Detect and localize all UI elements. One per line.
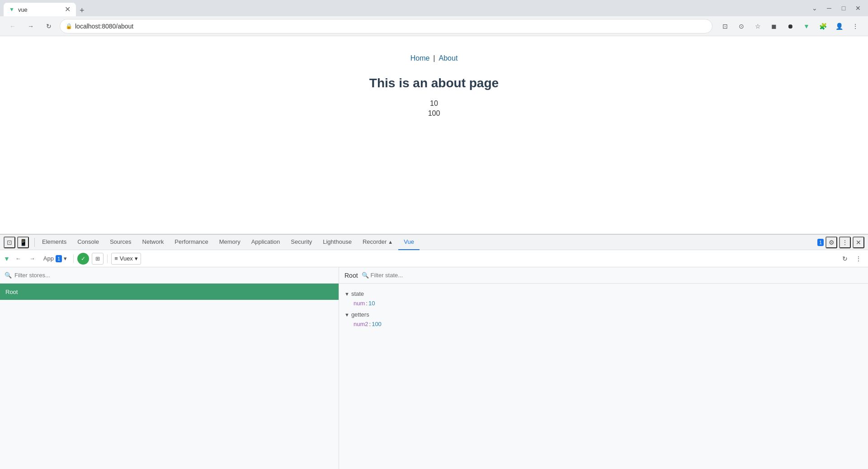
tab-sources[interactable]: Sources	[104, 235, 137, 250]
tab-network[interactable]: Network	[137, 235, 170, 250]
menu-button[interactable]: ⋮	[848, 19, 863, 33]
vue-toolbar-sep1	[73, 254, 74, 263]
tab-memory[interactable]: Memory	[214, 235, 246, 250]
stores-search-bar: 🔍	[0, 267, 339, 284]
page-values: 10 100	[428, 99, 440, 118]
prop-value-num: 10	[368, 300, 375, 307]
devtools-badge: 1	[817, 239, 824, 246]
reload-button[interactable]: ↻	[42, 19, 56, 33]
lock-icon: 🔒	[66, 23, 72, 29]
devtools-settings-button[interactable]: ⚙	[826, 237, 837, 248]
tab-elements[interactable]: Elements	[37, 235, 72, 250]
state-key-name: state	[351, 290, 364, 297]
devtools-close-button[interactable]: ✕	[853, 237, 864, 248]
browser-action-1[interactable]: ⊙	[734, 19, 749, 33]
devtools-tab-icons: ⊡ 📱	[4, 237, 29, 248]
title-bar: ▼ vue ✕ + ⌄ ─ □ ✕	[0, 0, 868, 16]
stores-search-icon: 🔍	[5, 272, 12, 279]
getters-key-toggle[interactable]: ▼ getters	[339, 310, 868, 319]
prop-name-num2: num2	[354, 321, 368, 327]
tab-application[interactable]: Application	[246, 235, 286, 250]
home-link[interactable]: Home	[410, 54, 430, 62]
back-button[interactable]: ←	[5, 19, 20, 33]
vuex-arrow: ▾	[135, 255, 138, 262]
tab-security[interactable]: Security	[285, 235, 317, 250]
page-content: Home | About This is an about page 10 10…	[0, 36, 868, 234]
page-heading: This is an about page	[369, 76, 499, 90]
device-mode-button[interactable]: 📱	[17, 237, 29, 248]
grid-btn[interactable]: ⊞	[92, 253, 104, 265]
root-label: Root	[5, 289, 18, 295]
tab-performance[interactable]: Performance	[169, 235, 213, 250]
vuex-label: Vuex	[120, 255, 133, 262]
tab-lighthouse[interactable]: Lighthouse	[317, 235, 357, 250]
getters-section: ▼ getters num2 : 100	[339, 310, 868, 329]
tab-console[interactable]: Console	[72, 235, 104, 250]
arrow-icon: ▼	[344, 291, 349, 297]
vue-devtools-body: 🔍 Root Root 🔍	[0, 267, 868, 469]
prop-name-num: num	[354, 300, 365, 307]
component-btn[interactable]: ✓	[77, 253, 89, 265]
root-store-item[interactable]: Root	[0, 284, 339, 300]
state-property-num: num : 10	[339, 298, 868, 308]
profile-button[interactable]: ◼	[767, 19, 781, 33]
active-tab[interactable]: ▼ vue ✕	[4, 3, 76, 16]
nav-links: Home | About	[410, 54, 458, 62]
refresh-vue-button[interactable]: ↻	[839, 253, 851, 265]
list-icon: ≡	[114, 255, 118, 262]
state-search-bar: 🔍	[362, 272, 863, 279]
vuex-dropdown[interactable]: ≡ Vuex ▾	[111, 253, 141, 265]
value-1: 10	[430, 99, 438, 108]
tab-recorder[interactable]: Recorder ▲	[357, 235, 398, 250]
bookmark-button[interactable]: ☆	[750, 19, 765, 33]
inspect-element-button[interactable]: ⊡	[4, 237, 15, 248]
state-panel-title: Root	[344, 272, 358, 279]
app-label: App	[43, 255, 54, 262]
screenshot-button[interactable]: ⊡	[718, 19, 732, 33]
vue-ext-button[interactable]: ▼	[799, 19, 814, 33]
dropdown-arrow: ▾	[64, 255, 67, 262]
maximize-button[interactable]: □	[837, 2, 850, 14]
getters-arrow-icon: ▼	[344, 312, 349, 317]
puzzle-button[interactable]: 🧩	[816, 19, 830, 33]
vue-toolbar-sep2	[107, 254, 108, 263]
close-button[interactable]: ✕	[852, 2, 864, 14]
url-text: localhost:8080/about	[75, 23, 133, 30]
forward-vue-button[interactable]: →	[27, 253, 38, 265]
vue-toolbar-right: ↻ ⋮	[839, 253, 864, 265]
forward-button[interactable]: →	[24, 19, 38, 33]
devtools-more-button[interactable]: ⋮	[839, 237, 851, 248]
getters-property-num2: num2 : 100	[339, 319, 868, 329]
tab-favicon: ▼	[9, 6, 14, 13]
title-bar-controls: ⌄ ─ □ ✕	[808, 2, 864, 14]
stores-search-input[interactable]	[14, 272, 334, 279]
content-area: Home | About This is an about page 10 10…	[0, 36, 868, 469]
nav-separator: |	[433, 54, 435, 62]
state-header: Root 🔍	[339, 267, 868, 284]
tab-vue[interactable]: Vue	[398, 235, 420, 250]
devtools-right-icons: 1 ⚙ ⋮ ✕	[817, 237, 864, 248]
recorder-icon: ▲	[388, 239, 393, 245]
tab-close-button[interactable]: ✕	[65, 6, 71, 13]
record-button[interactable]: ⏺	[783, 19, 797, 33]
devtools-separator	[34, 238, 35, 247]
url-bar[interactable]: 🔒 localhost:8080/about	[60, 19, 712, 33]
state-panel: Root 🔍 ▼ state	[339, 267, 868, 469]
app-badge: 1	[56, 255, 62, 262]
back-vue-button[interactable]: ←	[13, 253, 24, 265]
tab-list-button[interactable]: ⌄	[808, 2, 821, 14]
devtools-tabs: ⊡ 📱 Elements Console Sources Network Per	[0, 235, 868, 250]
vue-toolbar: ▼ ← → App 1 ▾ ✓ ⊞ ≡ Vuex ▾ ↻	[0, 250, 868, 267]
app-button[interactable]: App 1 ▾	[41, 253, 70, 265]
vue-logo: ▼	[4, 255, 10, 262]
minimize-button[interactable]: ─	[823, 2, 835, 14]
state-key-toggle[interactable]: ▼ state	[339, 289, 868, 298]
new-tab-button[interactable]: +	[76, 6, 88, 15]
user-button[interactable]: 👤	[832, 19, 846, 33]
state-search-icon: 🔍	[362, 272, 369, 279]
state-search-input[interactable]	[371, 272, 863, 279]
toolbar-icons: ⊡ ⊙ ☆ ◼ ⏺ ▼ 🧩 👤 ⋮	[718, 19, 863, 33]
more-vue-button[interactable]: ⋮	[853, 253, 864, 265]
tab-strip: ▼ vue ✕ +	[4, 0, 88, 16]
about-link[interactable]: About	[439, 54, 458, 62]
